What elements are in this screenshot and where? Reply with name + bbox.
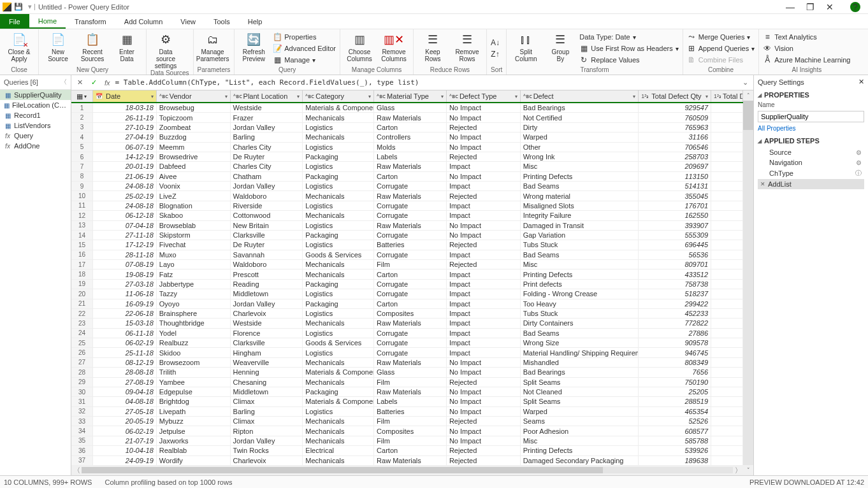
- cell[interactable]: [711, 280, 743, 289]
- filter-icon[interactable]: ▾: [297, 94, 300, 99]
- cell[interactable]: [711, 269, 743, 278]
- cell[interactable]: Livepath: [157, 407, 231, 416]
- cell[interactable]: Mechanicals: [303, 211, 374, 220]
- table-row[interactable]: 3104-08-18BrightdogClimaxMaterials & Com…: [71, 397, 743, 406]
- cell[interactable]: Jabbertype: [157, 280, 231, 289]
- scroll-left-icon[interactable]: 〈: [71, 466, 82, 475]
- azure-ml-button[interactable]: ÅAzure Machine Learning: [763, 55, 850, 65]
- cell[interactable]: 15-03-18: [93, 319, 157, 327]
- cell[interactable]: 25-02-19: [93, 191, 157, 200]
- cell[interactable]: Impact: [447, 319, 521, 327]
- table-row[interactable]: 2406-11-18YodelFlorenceLogisticsCorrugat…: [71, 329, 743, 338]
- cell[interactable]: Ripton: [231, 426, 303, 435]
- menu-tab-transform[interactable]: Transform: [66, 14, 115, 29]
- filter-icon[interactable]: ▾: [633, 94, 635, 99]
- menu-tab-home[interactable]: Home: [29, 14, 66, 29]
- cell[interactable]: Realbuzz: [157, 338, 231, 347]
- cell[interactable]: Zoombeat: [157, 123, 231, 132]
- cell[interactable]: 393907: [639, 221, 711, 230]
- query-item[interactable]: ▦ListVendors: [0, 120, 71, 131]
- cell[interactable]: [711, 113, 743, 122]
- cell[interactable]: Layo: [157, 260, 231, 269]
- cell[interactable]: 585788: [639, 436, 711, 445]
- table-row[interactable]: 821-06-19AiveeChathamPackagingCartonNo I…: [71, 172, 743, 182]
- cell[interactable]: Batteries: [374, 407, 447, 416]
- cell[interactable]: Poor Adhesion: [521, 426, 639, 435]
- cell[interactable]: Henning: [231, 368, 303, 377]
- cell[interactable]: 24-08-18: [93, 201, 157, 210]
- cell[interactable]: Jordan Valley: [231, 182, 303, 190]
- cell[interactable]: Raw Materials: [374, 387, 447, 396]
- cell[interactable]: 162550: [639, 211, 711, 220]
- cell[interactable]: Impact: [447, 289, 521, 298]
- scroll-track[interactable]: [82, 467, 733, 473]
- cell[interactable]: Impact: [447, 309, 521, 318]
- split-column-button[interactable]: ⫿⫿Split Column: [510, 31, 541, 66]
- cell[interactable]: Goods & Services: [303, 338, 374, 347]
- advanced-editor-button[interactable]: 📝Advanced Editor: [273, 43, 336, 54]
- cell[interactable]: Logistics: [303, 182, 374, 190]
- cell[interactable]: Dirty: [521, 123, 639, 132]
- cell[interactable]: 452233: [639, 309, 711, 318]
- cell[interactable]: [711, 221, 743, 230]
- cell[interactable]: Fatz: [157, 269, 231, 278]
- enter-data-button[interactable]: ▦Enter Data: [112, 31, 142, 66]
- cell[interactable]: 539926: [639, 446, 711, 455]
- refresh-preview-button[interactable]: 🔄Refresh Preview: [238, 31, 269, 66]
- cell[interactable]: Westside: [231, 319, 303, 327]
- cell[interactable]: Carton: [374, 123, 447, 132]
- cell[interactable]: 27-11-18: [93, 231, 157, 240]
- merge-queries-button[interactable]: ⤳Merge Queries ▾: [687, 32, 755, 42]
- cell[interactable]: 706546: [639, 143, 711, 152]
- keep-rows-button[interactable]: ☰Keep Rows: [417, 31, 448, 66]
- column-header-date[interactable]: 📅Date▾: [93, 90, 157, 102]
- table-row[interactable]: 3406-02-19JetpulseRiptonMechanicalsCompo…: [71, 426, 743, 436]
- table-row[interactable]: 118-03-18BrowsebugWestsideMaterials & Co…: [71, 103, 743, 113]
- cell[interactable]: Clarksville: [231, 338, 303, 347]
- cell[interactable]: [711, 250, 743, 259]
- cell[interactable]: 09-04-18: [93, 387, 157, 396]
- cell[interactable]: Dabfeed: [157, 162, 231, 171]
- table-row[interactable]: 2927-08-19YambeeChesaningMechanicalsFilm…: [71, 378, 743, 387]
- cell[interactable]: Bad Seams: [521, 329, 639, 338]
- table-row[interactable]: 1124-08-18BlognationRiversideLogisticsCo…: [71, 201, 743, 211]
- cell[interactable]: Material Handling/ Shipping Requirements…: [521, 348, 639, 357]
- cell[interactable]: 11-06-18: [93, 289, 157, 298]
- cell[interactable]: Film: [374, 378, 447, 387]
- cell[interactable]: Raw Materials: [374, 191, 447, 200]
- cell[interactable]: Barling: [231, 407, 303, 416]
- cell[interactable]: Wrong material: [521, 191, 639, 200]
- table-row[interactable]: 2011-06-18TazzyMiddletownLogisticsCorrug…: [71, 289, 743, 299]
- menu-tab-help[interactable]: Help: [239, 14, 271, 29]
- cell[interactable]: Other: [521, 143, 639, 152]
- cell[interactable]: Middletown: [231, 289, 303, 298]
- cell[interactable]: Corrugate: [374, 329, 447, 338]
- cell[interactable]: Logistics: [303, 240, 374, 249]
- close-apply-button[interactable]: 📄✕ Close & Apply: [4, 31, 34, 66]
- cell[interactable]: [711, 309, 743, 318]
- cell[interactable]: [711, 378, 743, 387]
- choose-columns-button[interactable]: ▥Choose Columns: [344, 31, 375, 66]
- cell[interactable]: Rejected: [447, 456, 521, 465]
- table-row[interactable]: 1628-11-18MuxoSavannahGoods & ServicesCo…: [71, 250, 743, 260]
- cell[interactable]: [711, 358, 743, 367]
- column-header-total-defect-qty[interactable]: 1²₃Total Defect Qty▾: [639, 90, 711, 102]
- cell[interactable]: Seams: [521, 417, 639, 426]
- cell[interactable]: Mechanicals: [303, 260, 374, 269]
- cell[interactable]: Waldoboro: [231, 191, 303, 200]
- cell[interactable]: Rejected: [447, 123, 521, 132]
- cell[interactable]: Yambee: [157, 378, 231, 387]
- cell[interactable]: 20-05-19: [93, 417, 157, 426]
- cell[interactable]: [711, 191, 743, 200]
- cell[interactable]: No Impact: [447, 368, 521, 377]
- cell[interactable]: [711, 368, 743, 377]
- cell[interactable]: 24-09-19: [93, 456, 157, 465]
- menu-tab-add-column[interactable]: Add Column: [115, 14, 172, 29]
- cell[interactable]: 16-09-19: [93, 299, 157, 308]
- cell[interactable]: Middletown: [231, 387, 303, 396]
- table-row[interactable]: 1427-11-18SkipstormClarksvillePackagingC…: [71, 231, 743, 240]
- cell[interactable]: 608577: [639, 426, 711, 435]
- cell[interactable]: Corrugate: [374, 250, 447, 259]
- cell[interactable]: Impact: [447, 338, 521, 347]
- cell[interactable]: Film: [374, 260, 447, 269]
